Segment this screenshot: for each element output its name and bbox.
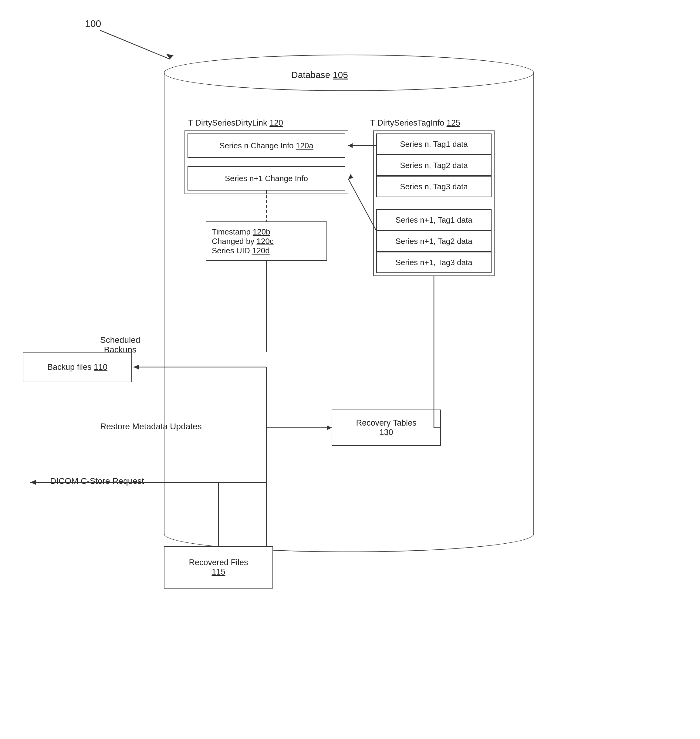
diagram: 100 Database 105 T DirtySeriesDirtyLink … — [0, 0, 700, 739]
svg-marker-17 — [30, 480, 36, 485]
table1-label: T DirtySeriesDirtyLink 120 — [188, 118, 283, 128]
box-timestamp: Timestamp 120b Changed by 120c Series UI… — [206, 222, 327, 261]
svg-marker-10 — [134, 364, 139, 369]
box-recovered-files: Recovered Files 115 — [164, 546, 273, 589]
cylinder-top — [164, 54, 534, 91]
table1-border — [184, 131, 349, 194]
cylinder-top-ellipse — [164, 54, 534, 91]
restore-metadata-label: Restore Metadata Updates — [100, 422, 202, 431]
box-recovery-tables: Recovery Tables 130 — [332, 410, 441, 446]
box-backup-files: Backup files 110 — [23, 352, 132, 382]
dicom-label: DICOM C-Store Request — [50, 476, 144, 486]
database-label: Database 105 — [291, 70, 348, 80]
svg-line-0 — [100, 30, 170, 59]
ref-100: 100 — [85, 18, 101, 29]
table2-label: T DirtySeriesTagInfo 125 — [370, 118, 460, 128]
table2-border — [373, 131, 494, 276]
